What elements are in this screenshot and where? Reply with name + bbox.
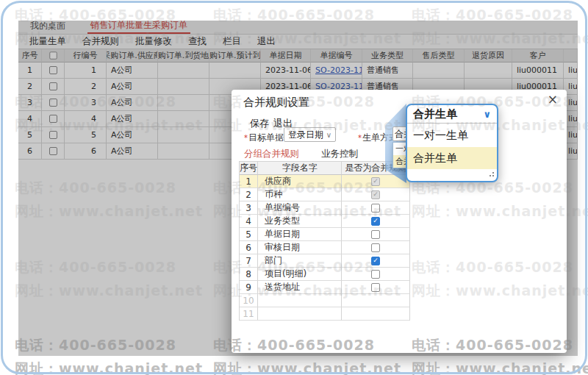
rules-checkbox-cell bbox=[342, 201, 410, 215]
field-name-text: 单据日期 bbox=[265, 228, 300, 240]
rules-seq-cell: 8 bbox=[240, 268, 258, 281]
rules-field-cell bbox=[258, 294, 343, 307]
merge-rule-checkbox[interactable] bbox=[371, 243, 380, 252]
seq-text: 11 bbox=[243, 309, 254, 319]
rules-row[interactable]: 1供应商 bbox=[239, 175, 410, 188]
rules-header-row: 序号字段名字是否为合并规则 bbox=[239, 162, 410, 175]
field-name-text: 供应商 bbox=[265, 175, 291, 188]
target-date-value: 登录日期 bbox=[288, 129, 323, 141]
required-asterisk: * bbox=[244, 134, 248, 142]
required-asterisk: * bbox=[358, 134, 362, 142]
merge-rule-checkbox bbox=[371, 177, 380, 186]
merge-rule-checkbox[interactable] bbox=[371, 230, 380, 239]
rules-row[interactable]: 11 bbox=[239, 307, 410, 321]
seq-text: 10 bbox=[243, 296, 254, 306]
chevron-down-icon: ∨ bbox=[326, 131, 331, 139]
rules-seq-cell: 3 bbox=[240, 201, 258, 215]
rules-row[interactable]: 5单据日期 bbox=[239, 228, 410, 241]
seq-text: 7 bbox=[245, 256, 251, 266]
rules-checkbox-cell bbox=[342, 294, 410, 307]
rules-checkbox-cell bbox=[342, 281, 410, 294]
rules-header-label: 序号 bbox=[240, 162, 257, 174]
field-name-text: 部门 bbox=[265, 254, 282, 267]
rules-field-cell: 币种 bbox=[258, 188, 343, 201]
rules-seq-cell: 1 bbox=[240, 175, 258, 188]
field-name-text: 业务类型 bbox=[265, 215, 300, 227]
merge-rule-checkbox[interactable] bbox=[371, 270, 380, 279]
rules-checkbox-cell bbox=[342, 228, 410, 241]
merge-rule-checkbox[interactable] bbox=[371, 204, 380, 213]
magnifier-select[interactable]: 合并生单 ∨ bbox=[407, 105, 497, 124]
watermark-site: 网址：www.chanjet.net bbox=[15, 360, 203, 375]
rules-seq-cell: 9 bbox=[240, 281, 258, 294]
merge-rule-checkbox[interactable] bbox=[371, 217, 380, 226]
dialog-title: 合并规则设置 bbox=[243, 96, 309, 110]
rules-row[interactable]: 10 bbox=[239, 294, 410, 307]
seq-text: 9 bbox=[245, 282, 251, 293]
rules-checkbox-cell bbox=[342, 215, 410, 228]
rules-field-cell: 部门 bbox=[258, 254, 343, 268]
magnifier-footer bbox=[407, 169, 497, 181]
field-name-text: 送货地址 bbox=[265, 281, 300, 293]
rules-row[interactable]: 8项目(明细) bbox=[239, 268, 410, 281]
seq-text: 1 bbox=[245, 176, 251, 187]
seq-text: 3 bbox=[245, 203, 251, 213]
merge-rule-checkbox[interactable] bbox=[371, 283, 380, 292]
rules-row[interactable]: 7部门 bbox=[239, 254, 410, 268]
field-name-text: 项目(明细) bbox=[265, 268, 306, 280]
rules-field-cell: 送货地址 bbox=[258, 281, 343, 294]
seq-text: 8 bbox=[245, 269, 251, 279]
chevron-down-icon: ∨ bbox=[483, 109, 491, 120]
seq-text: 5 bbox=[245, 229, 251, 240]
magnifier-option-list: 一对一生单合并生单 bbox=[407, 124, 497, 169]
field-name-text: 单据编号 bbox=[265, 201, 300, 214]
rules-checkbox-cell bbox=[342, 268, 410, 281]
rules-row[interactable]: 6审核日期 bbox=[239, 241, 410, 254]
rules-seq-cell: 6 bbox=[240, 241, 258, 254]
rules-seq-cell: 11 bbox=[240, 307, 258, 321]
save-button[interactable]: 保存 bbox=[250, 117, 269, 130]
rules-field-cell: 项目(明细) bbox=[258, 268, 343, 281]
rules-row[interactable]: 3单据编号 bbox=[239, 201, 410, 215]
seq-text: 2 bbox=[245, 190, 251, 200]
rules-row[interactable]: 2币种 bbox=[239, 188, 410, 201]
magnifier-option[interactable]: 一对一生单 bbox=[407, 124, 497, 147]
rules-header-label: 字段名字 bbox=[282, 162, 318, 174]
watermark-site: 网址：www.chanjet.net bbox=[213, 360, 401, 375]
rules-seq-cell: 10 bbox=[240, 294, 258, 307]
rules-checkbox-cell bbox=[342, 254, 410, 268]
close-icon[interactable]: × bbox=[548, 93, 558, 106]
rules-column-header: 序号 bbox=[240, 162, 258, 175]
merge-rules-table: 序号字段名字是否为合并规则1供应商2币种3单据编号4业务类型5单据日期6审核日期… bbox=[239, 161, 410, 321]
field-name-text: 币种 bbox=[265, 188, 282, 201]
rules-row[interactable]: 4业务类型 bbox=[239, 215, 410, 228]
rules-seq-cell: 5 bbox=[240, 228, 258, 241]
page: 我的桌面 销售订单批量生采购订单 批量生单合并规则批量修改查找栏目退出 序号行编… bbox=[0, 0, 588, 375]
rules-seq-cell: 7 bbox=[240, 254, 258, 268]
rules-checkbox-cell bbox=[342, 188, 410, 201]
magnifier-option[interactable]: 合并生单 bbox=[407, 147, 497, 169]
rules-field-cell bbox=[258, 307, 343, 321]
rules-seq-cell: 2 bbox=[240, 188, 258, 201]
rules-field-cell: 单据编号 bbox=[258, 201, 343, 215]
magnifier-select-value: 合并生单 bbox=[413, 107, 457, 121]
rules-field-cell: 单据日期 bbox=[258, 228, 343, 241]
rules-row[interactable]: 9送货地址 bbox=[239, 281, 410, 294]
rules-field-cell: 审核日期 bbox=[258, 241, 343, 254]
rules-field-cell: 供应商 bbox=[258, 175, 343, 188]
resize-grip-icon bbox=[490, 175, 491, 176]
rules-checkbox-cell bbox=[342, 307, 410, 321]
merge-rule-checkbox bbox=[371, 190, 380, 199]
rules-seq-cell: 4 bbox=[240, 215, 258, 228]
target-date-select[interactable]: 登录日期 ∨ bbox=[284, 127, 336, 142]
magnifier-bubble: 合并生单 ∨ 一对一生单合并生单 bbox=[406, 104, 498, 182]
merge-rule-checkbox[interactable] bbox=[371, 257, 380, 265]
rules-column-header: 字段名字 bbox=[258, 162, 343, 175]
seq-text: 4 bbox=[245, 216, 251, 226]
seq-text: 6 bbox=[245, 243, 251, 253]
field-name-text: 审核日期 bbox=[265, 241, 300, 254]
watermark-site: 网址：www.chanjet.net bbox=[412, 360, 588, 375]
rules-checkbox-cell bbox=[342, 241, 410, 254]
rules-field-cell: 业务类型 bbox=[258, 215, 343, 228]
